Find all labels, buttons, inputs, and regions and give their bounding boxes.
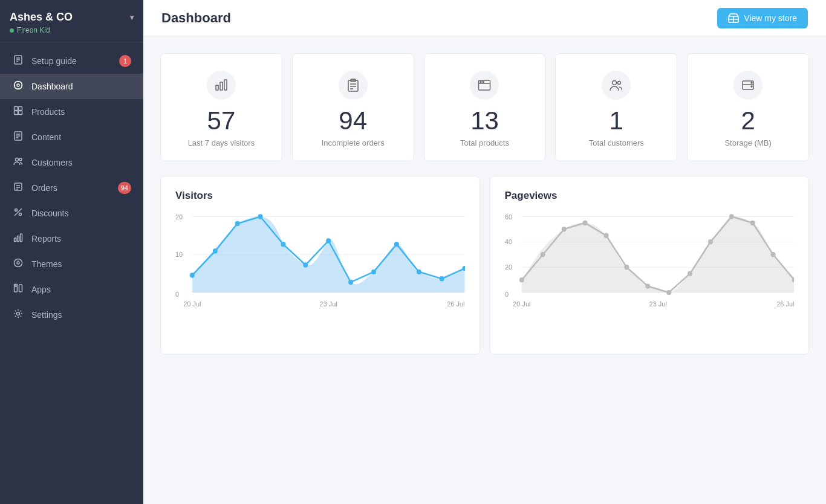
svg-point-19 bbox=[19, 158, 22, 161]
svg-rect-29 bbox=[21, 234, 22, 242]
svg-text:60: 60 bbox=[505, 213, 512, 220]
main-content: Dashboard View my store bbox=[143, 0, 826, 504]
storage-icon bbox=[733, 71, 763, 100]
svg-text:0: 0 bbox=[505, 291, 509, 298]
svg-point-35 bbox=[17, 312, 20, 315]
settings-icon bbox=[12, 309, 24, 321]
sidebar-item-label: Customers bbox=[31, 158, 73, 167]
sidebar-item-apps[interactable]: Apps bbox=[0, 277, 143, 302]
sidebar-item-customers[interactable]: Customers bbox=[0, 150, 143, 175]
sidebar-item-dashboard[interactable]: Dashboard bbox=[0, 74, 143, 99]
apps-icon bbox=[12, 283, 24, 296]
svg-point-72 bbox=[394, 242, 399, 247]
setup-guide-icon bbox=[12, 55, 24, 67]
svg-point-66 bbox=[258, 214, 263, 219]
orders-badge: 94 bbox=[118, 182, 131, 194]
users-icon bbox=[602, 71, 631, 100]
view-store-button[interactable]: View my store bbox=[717, 8, 808, 28]
sidebar-item-content[interactable]: Content bbox=[0, 124, 143, 150]
svg-text:23 Jul: 23 Jul bbox=[320, 300, 337, 308]
svg-rect-12 bbox=[15, 111, 18, 115]
svg-text:20: 20 bbox=[505, 263, 512, 271]
store-icon bbox=[728, 13, 739, 23]
svg-text:10: 10 bbox=[175, 251, 183, 258]
svg-text:20 Jul: 20 Jul bbox=[183, 300, 201, 308]
svg-point-52 bbox=[618, 82, 621, 85]
svg-point-99 bbox=[770, 252, 775, 257]
svg-point-89 bbox=[561, 227, 566, 231]
sidebar-brand[interactable]: Ashes & CO ▾ bbox=[10, 11, 134, 24]
svg-point-71 bbox=[371, 270, 376, 274]
total-products-label: Total products bbox=[460, 138, 509, 147]
svg-point-94 bbox=[666, 290, 671, 295]
svg-point-87 bbox=[519, 277, 524, 282]
svg-point-90 bbox=[582, 221, 587, 225]
content-icon bbox=[12, 131, 24, 143]
svg-point-4 bbox=[15, 82, 22, 89]
svg-rect-40 bbox=[220, 82, 223, 90]
svg-point-51 bbox=[613, 81, 617, 85]
browser-icon bbox=[470, 71, 499, 100]
sidebar-item-label: Setup guide bbox=[31, 56, 77, 66]
incomplete-orders-count: 94 bbox=[339, 108, 367, 134]
svg-point-70 bbox=[348, 280, 353, 285]
sidebar-item-products[interactable]: Products bbox=[0, 99, 143, 124]
svg-text:40: 40 bbox=[505, 238, 512, 245]
sidebar-item-label: Reports bbox=[31, 234, 61, 244]
svg-text:20 Jul: 20 Jul bbox=[513, 300, 530, 308]
svg-text:20: 20 bbox=[175, 213, 183, 220]
sidebar-item-setup-guide[interactable]: Setup guide 1 bbox=[0, 48, 143, 74]
dashboard-icon bbox=[12, 80, 24, 92]
svg-point-93 bbox=[645, 283, 650, 288]
svg-rect-34 bbox=[15, 285, 18, 286]
sidebar-item-themes[interactable]: Themes bbox=[0, 251, 143, 277]
svg-rect-28 bbox=[18, 236, 19, 242]
sidebar-item-label: Discounts bbox=[31, 208, 68, 218]
stat-card-total-products: 13 Total products bbox=[424, 53, 546, 161]
view-store-label: View my store bbox=[744, 13, 797, 23]
charts-row: Visitors 20 10 0 bbox=[160, 176, 809, 355]
visitors-chart-card: Visitors 20 10 0 bbox=[160, 176, 480, 355]
svg-point-63 bbox=[190, 273, 195, 277]
svg-point-98 bbox=[750, 221, 755, 225]
visitors-chart-svg: 20 10 0 bbox=[175, 212, 465, 344]
svg-point-56 bbox=[751, 86, 752, 87]
svg-point-26 bbox=[19, 213, 22, 216]
visitors-count: 57 bbox=[207, 108, 236, 134]
store-name: Fireon Kid bbox=[17, 26, 50, 34]
sidebar-item-settings[interactable]: Settings bbox=[0, 302, 143, 328]
sidebar-item-orders[interactable]: Orders 94 bbox=[0, 175, 143, 201]
top-bar: Dashboard View my store bbox=[143, 0, 826, 36]
svg-point-55 bbox=[751, 82, 752, 83]
visitors-chart-container: 20 10 0 bbox=[175, 212, 465, 344]
svg-point-5 bbox=[17, 84, 19, 86]
svg-point-50 bbox=[483, 82, 484, 83]
sidebar-item-reports[interactable]: Reports bbox=[0, 226, 143, 251]
sidebar-item-label: Orders bbox=[31, 183, 57, 193]
svg-point-95 bbox=[688, 271, 692, 276]
stat-card-visitors: 57 Last 7 days visitors bbox=[160, 53, 282, 161]
svg-rect-27 bbox=[15, 238, 16, 242]
sidebar-item-discounts[interactable]: Discounts bbox=[0, 201, 143, 226]
svg-point-69 bbox=[326, 238, 331, 243]
orders-icon bbox=[12, 182, 24, 194]
stats-row: 57 Last 7 days visitors 94 Incomplete or… bbox=[160, 53, 809, 161]
stat-card-total-customers: 1 Total customers bbox=[555, 53, 677, 161]
customers-icon bbox=[12, 157, 24, 169]
pageviews-chart-container: 60 40 20 0 bbox=[505, 212, 795, 344]
visitors-chart-title: Visitors bbox=[175, 190, 465, 202]
pageviews-chart-svg: 60 40 20 0 bbox=[505, 212, 795, 344]
svg-point-25 bbox=[15, 209, 18, 212]
svg-point-18 bbox=[16, 158, 19, 161]
sidebar: Ashes & CO ▾ Fireon Kid Setup guide 1 bbox=[0, 0, 143, 504]
sidebar-item-label: Content bbox=[31, 132, 61, 142]
sidebar-item-label: Dashboard bbox=[31, 82, 73, 91]
chevron-down-icon: ▾ bbox=[130, 13, 134, 22]
svg-point-96 bbox=[707, 239, 712, 244]
svg-rect-39 bbox=[216, 85, 218, 90]
sidebar-item-label: Themes bbox=[31, 259, 62, 269]
stat-card-storage: 2 Storage (MB) bbox=[687, 53, 809, 161]
store-status-dot bbox=[10, 28, 14, 33]
svg-rect-10 bbox=[15, 107, 18, 111]
svg-point-92 bbox=[624, 265, 629, 270]
